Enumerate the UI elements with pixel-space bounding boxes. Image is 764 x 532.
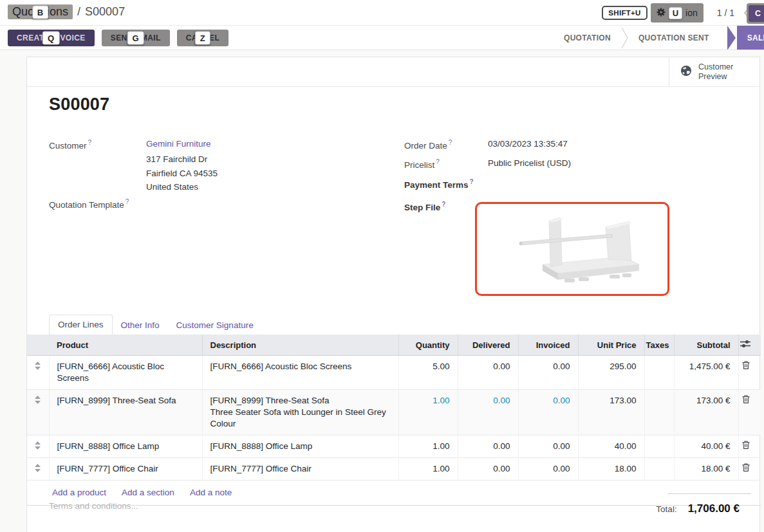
order-lines-list: Product Description Quantity Delivered I…	[27, 335, 761, 506]
handle-column-header	[27, 335, 49, 356]
keyboard-hint-g: G	[127, 32, 144, 45]
tab-other-info[interactable]: Other Info	[113, 316, 168, 335]
notebook-tabs: Order Lines Other Info Customer Signatur…	[49, 315, 262, 335]
pager-value: 1 / 1	[717, 8, 734, 18]
description-cell[interactable]: [FURN_8999] Three-Seat SofaThree Seater …	[202, 390, 398, 436]
table-row[interactable]: [FURN_8999] Three-Seat Sofa[FURN_8999] T…	[27, 390, 761, 436]
add-a-note-link[interactable]: Add a note	[190, 488, 232, 497]
breadcrumb-section-link[interactable]: Quotations B	[8, 5, 73, 19]
taxes-cell[interactable]	[644, 390, 674, 436]
customer-field-label: Customer?	[49, 139, 91, 151]
delete-row-icon[interactable]	[742, 463, 750, 472]
add-a-section-link[interactable]: Add a section	[122, 488, 174, 497]
taxes-cell[interactable]	[644, 458, 674, 481]
subtotal-cell: 1,475.00 €	[674, 356, 738, 390]
cancel-button[interactable]: CANCEL Z	[177, 30, 228, 46]
keyboard-hint-shift-u: SHIFT+U	[602, 6, 647, 20]
customer-preview-label-1: Customer	[698, 62, 733, 71]
optional-columns-icon[interactable]	[738, 335, 761, 356]
navbar-right: SHIFT+U U ion 1 / 1	[602, 0, 764, 26]
status-quotation-sent[interactable]: QUOTATION SENT	[628, 33, 720, 42]
drag-handle-icon[interactable]	[35, 441, 41, 450]
keyboard-hint-q: Q	[42, 32, 60, 45]
quantity-cell[interactable]: 5.00	[398, 356, 458, 390]
product-cell[interactable]: [FURN_8999] Three-Seat Sofa	[49, 390, 202, 436]
create-button-label: C	[755, 9, 761, 18]
control-panel: CREATE INVOICE Q SEND EMAIL G CANCEL Z Q…	[0, 26, 764, 50]
unit-price-cell[interactable]: 173.00	[578, 390, 644, 436]
gear-icon	[657, 8, 666, 19]
product-cell[interactable]: [FURN_7777] Office Chair	[49, 458, 202, 481]
invoiced-cell[interactable]: 0.00	[518, 458, 578, 481]
column-description: Description	[202, 335, 398, 356]
taxes-cell[interactable]	[644, 436, 674, 458]
order-date-value[interactable]: 03/03/2023 13:35:47	[488, 139, 568, 149]
create-invoice-button[interactable]: CREATE INVOICE Q	[8, 30, 95, 46]
product-cell[interactable]: [FURN_6666] Acoustic Bloc Screens	[49, 356, 202, 390]
tab-order-lines[interactable]: Order Lines	[49, 315, 113, 335]
status-sales-order[interactable]: SALES ORDER	[727, 26, 764, 50]
customer-link[interactable]: Gemini Furniture	[146, 139, 211, 149]
address-line: 317 Fairchild Dr	[146, 152, 218, 167]
invoiced-cell[interactable]: 0.00	[518, 390, 578, 436]
step-file-label: Step File?	[404, 201, 445, 212]
status-arrow-icon	[727, 26, 736, 50]
description-cell[interactable]: [FURN_8888] Office Lamp	[202, 436, 398, 458]
payment-terms-label: Payment Terms?	[404, 178, 474, 190]
tab-customer-signature[interactable]: Customer Signature	[168, 316, 262, 335]
table-header-row: Product Description Quantity Delivered I…	[27, 335, 761, 356]
subtotal-cell: 40.00 €	[674, 436, 738, 458]
description-cell[interactable]: [FURN_6666] Acoustic Bloc Screens	[202, 356, 398, 390]
unit-price-cell[interactable]: 18.00	[578, 458, 644, 481]
taxes-cell[interactable]	[644, 356, 674, 390]
quantity-cell[interactable]: 1.00	[398, 390, 458, 436]
column-quantity: Quantity	[398, 335, 458, 356]
pricelist-value[interactable]: Public Pricelist (USD)	[488, 158, 571, 168]
total-row: Total: 1,706.00 €	[656, 502, 740, 515]
invoiced-cell[interactable]: 0.00	[518, 356, 578, 390]
button-box: Customer Preview	[27, 57, 759, 87]
delivered-cell[interactable]: 0.00	[458, 390, 518, 436]
create-button-highlight: C	[747, 3, 764, 24]
customer-preview-button[interactable]: Customer Preview	[669, 57, 759, 86]
status-quotation[interactable]: QUOTATION	[554, 33, 621, 42]
subtotal-cell: 18.00 €	[674, 458, 738, 481]
delete-row-icon[interactable]	[742, 361, 750, 369]
customer-address: 317 Fairchild Dr Fairfield CA 94535 Unit…	[146, 152, 218, 194]
table-row[interactable]: [FURN_7777] Office Chair[FURN_7777] Offi…	[27, 458, 761, 481]
column-taxes: Taxes	[644, 335, 674, 356]
table-row[interactable]: [FURN_6666] Acoustic Bloc Screens[FURN_6…	[27, 356, 761, 390]
description-cell[interactable]: [FURN_7777] Office Chair	[202, 458, 398, 481]
delete-row-icon[interactable]	[742, 441, 750, 449]
quantity-cell[interactable]: 1.00	[398, 436, 458, 458]
chevron-separator-icon	[621, 26, 628, 50]
send-email-button[interactable]: SEND EMAIL G	[102, 30, 170, 46]
order-lines-body: [FURN_6666] Acoustic Bloc Screens[FURN_6…	[27, 356, 761, 481]
column-subtotal: Subtotal	[674, 335, 738, 356]
help-icon: ?	[449, 139, 452, 146]
breadcrumb: Quotations B / S00007	[8, 5, 125, 19]
unit-price-cell[interactable]: 40.00	[578, 436, 644, 458]
quantity-cell[interactable]: 1.00	[398, 458, 458, 481]
pricelist-label: Pricelist?	[404, 158, 440, 170]
add-a-product-link[interactable]: Add a product	[52, 488, 106, 497]
table-row[interactable]: [FURN_8888] Office Lamp[FURN_8888] Offic…	[27, 436, 761, 458]
drag-handle-icon[interactable]	[35, 396, 41, 404]
invoiced-cell[interactable]: 0.00	[518, 436, 578, 458]
drag-handle-icon[interactable]	[35, 362, 41, 370]
delivered-cell[interactable]: 0.00	[458, 458, 518, 481]
help-icon: ?	[88, 139, 92, 146]
unit-price-cell[interactable]: 295.00	[578, 356, 644, 390]
drag-handle-icon[interactable]	[35, 464, 41, 472]
breadcrumb-record: S00007	[85, 5, 125, 19]
delivered-cell[interactable]: 0.00	[458, 436, 518, 458]
create-button[interactable]: C	[749, 5, 764, 22]
delete-row-icon[interactable]	[742, 395, 750, 403]
delivered-cell[interactable]: 0.00	[458, 356, 518, 390]
step-file-image[interactable]	[475, 202, 669, 296]
product-cell[interactable]: [FURN_8888] Office Lamp	[49, 436, 202, 458]
column-delivered: Delivered	[458, 335, 518, 356]
terms-and-conditions-input[interactable]: Terms and conditions...	[49, 501, 138, 511]
action-menu-button[interactable]: U ion	[651, 3, 703, 23]
status-sales-order-label: SALES ORDER	[737, 26, 764, 50]
